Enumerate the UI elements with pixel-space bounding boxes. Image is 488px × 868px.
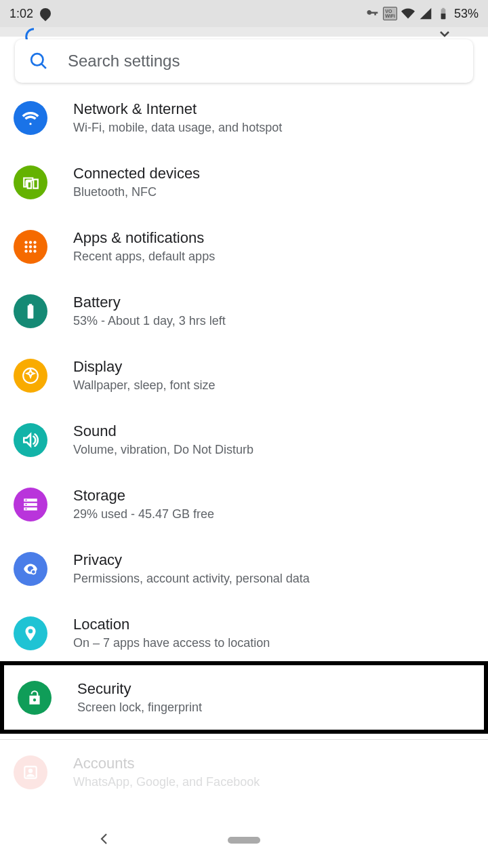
- apps-icon: [14, 230, 47, 264]
- display-icon: [14, 359, 47, 393]
- item-title: Apps & notifications: [73, 229, 215, 247]
- storage-icon: [14, 488, 47, 521]
- item-subtitle: Volume, vibration, Do Not Disturb: [73, 443, 253, 457]
- item-text: Battery53% - About 1 day, 3 hrs left: [73, 294, 226, 328]
- settings-item-accounts[interactable]: AccountsWhatsApp, Google, and Facebook: [0, 740, 488, 804]
- svg-point-17: [28, 768, 33, 773]
- vowifi-icon: VOWiFi: [383, 7, 397, 20]
- svg-point-12: [25, 499, 26, 500]
- signal-icon: [419, 7, 432, 20]
- item-title: Location: [73, 616, 270, 633]
- location-icon: [14, 616, 47, 650]
- settings-item-connected-devices[interactable]: Connected devicesBluetooth, NFC: [0, 150, 488, 214]
- security-icon: [18, 681, 52, 715]
- item-title: Storage: [73, 487, 214, 505]
- svg-point-6: [24, 250, 27, 252]
- item-title: Security: [77, 680, 202, 698]
- settings-item-privacy[interactable]: PrivacyPermissions, account activity, pe…: [0, 536, 488, 601]
- item-text: AccountsWhatsApp, Google, and Facebook: [73, 755, 260, 789]
- item-text: PrivacyPermissions, account activity, pe…: [73, 551, 310, 586]
- item-subtitle: 29% used - 45.47 GB free: [73, 507, 214, 521]
- status-time: 1:02: [9, 7, 33, 21]
- nav-bar: [0, 837, 488, 844]
- search-bar-container: [0, 37, 488, 83]
- battery-icon: [436, 7, 450, 20]
- item-subtitle: Permissions, account activity, personal …: [73, 572, 310, 586]
- svg-point-3: [24, 245, 27, 248]
- svg-point-15: [31, 570, 36, 574]
- wifi-status-icon: [401, 7, 415, 20]
- item-subtitle: 53% - About 1 day, 3 hrs left: [73, 314, 226, 328]
- settings-item-security[interactable]: SecurityScreen lock, fingerprint: [0, 661, 488, 734]
- accounts-icon: [14, 755, 47, 789]
- svg-point-5: [33, 245, 36, 248]
- item-subtitle: WhatsApp, Google, and Facebook: [73, 775, 260, 789]
- svg-point-8: [33, 250, 36, 252]
- svg-point-0: [24, 241, 27, 243]
- key-icon: [365, 7, 379, 20]
- item-subtitle: On – 7 apps have access to location: [73, 636, 270, 650]
- search-icon: [30, 52, 47, 70]
- status-bar: 1:02 VOWiFi 53%: [0, 0, 488, 27]
- svg-point-1: [29, 241, 32, 243]
- settings-item-sound[interactable]: SoundVolume, vibration, Do Not Disturb: [0, 408, 488, 472]
- item-subtitle: Wi-Fi, mobile, data usage, and hotspot: [73, 121, 282, 135]
- svg-point-13: [25, 503, 26, 505]
- settings-item-battery[interactable]: Battery53% - About 1 day, 3 hrs left: [0, 279, 488, 343]
- svg-point-7: [29, 250, 32, 252]
- settings-item-apps-notifications[interactable]: Apps & notificationsRecent apps, default…: [0, 214, 488, 279]
- item-subtitle: Screen lock, fingerprint: [77, 701, 202, 715]
- item-title: Privacy: [73, 551, 310, 569]
- settings-list: Network & InternetWi-Fi, mobile, data us…: [0, 83, 488, 804]
- status-left: 1:02: [9, 7, 51, 21]
- nav-back-button[interactable]: [96, 831, 113, 850]
- item-text: Network & InternetWi-Fi, mobile, data us…: [73, 100, 282, 135]
- item-text: Storage29% used - 45.47 GB free: [73, 487, 214, 521]
- item-subtitle: Wallpaper, sleep, font size: [73, 378, 215, 393]
- item-title: Network & Internet: [73, 100, 282, 118]
- sound-icon: [14, 423, 47, 457]
- privacy-icon: [14, 552, 47, 586]
- settings-item-network-internet[interactable]: Network & InternetWi-Fi, mobile, data us…: [0, 85, 488, 150]
- item-text: DisplayWallpaper, sleep, font size: [73, 358, 215, 393]
- nav-pill[interactable]: [228, 837, 260, 844]
- item-subtitle: Bluetooth, NFC: [73, 185, 200, 199]
- item-text: Connected devicesBluetooth, NFC: [73, 165, 200, 199]
- svg-point-14: [25, 508, 26, 509]
- settings-item-location[interactable]: LocationOn – 7 apps have access to locat…: [0, 601, 488, 665]
- settings-item-display[interactable]: DisplayWallpaper, sleep, font size: [0, 343, 488, 408]
- notification-peek: [0, 27, 488, 37]
- item-title: Sound: [73, 422, 253, 440]
- status-right: VOWiFi 53%: [365, 7, 479, 21]
- item-title: Connected devices: [73, 165, 200, 182]
- svg-point-4: [29, 245, 32, 248]
- item-text: Apps & notificationsRecent apps, default…: [73, 229, 215, 264]
- settings-item-storage[interactable]: Storage29% used - 45.47 GB free: [0, 472, 488, 536]
- item-subtitle: Recent apps, default apps: [73, 250, 215, 264]
- item-title: Battery: [73, 294, 226, 311]
- item-text: LocationOn – 7 apps have access to locat…: [73, 616, 270, 650]
- status-battery: 53%: [454, 7, 479, 21]
- item-title: Accounts: [73, 755, 260, 772]
- svg-point-2: [33, 241, 36, 243]
- item-text: SecurityScreen lock, fingerprint: [77, 680, 202, 715]
- search-input[interactable]: [68, 52, 458, 71]
- flame-icon: [38, 6, 54, 22]
- item-text: SoundVolume, vibration, Do Not Disturb: [73, 422, 253, 457]
- devices-icon: [14, 165, 47, 199]
- wifi-icon: [14, 101, 47, 135]
- item-title: Display: [73, 358, 215, 376]
- search-bar[interactable]: [15, 39, 473, 83]
- battery-icon: [14, 294, 47, 328]
